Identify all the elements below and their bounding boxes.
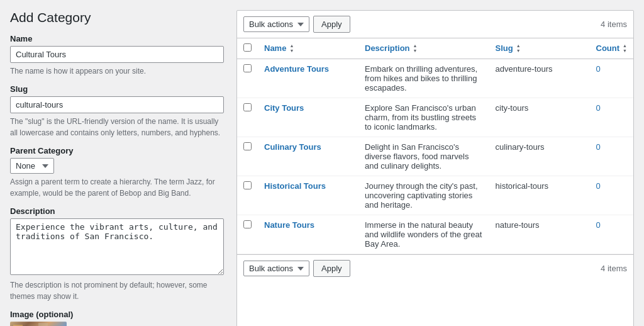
header-name: Name	[258, 38, 358, 59]
header-checkbox-cell	[237, 38, 258, 59]
description-sort-icon	[413, 43, 418, 53]
bulk-actions-bottom-select[interactable]: Bulk actions	[243, 261, 309, 276]
row-count-cell: 0	[590, 176, 633, 215]
row-checkbox-2[interactable]	[243, 142, 252, 150]
row-checkbox-cell	[237, 59, 258, 98]
row-name-cell: Historical Tours	[258, 176, 358, 215]
table-header-row: Name Description Slug	[237, 38, 633, 59]
row-checkbox-cell	[237, 215, 258, 254]
parent-category-field: Parent Category None Assign a parent ter…	[10, 146, 224, 199]
panel-title: Add Category	[10, 10, 224, 25]
slug-value-1: city-tours	[496, 103, 529, 113]
row-description-cell: Embark on thrilling adventures, from hik…	[358, 59, 489, 98]
description-sort-link[interactable]: Description	[365, 43, 417, 53]
table-head: Name Description Slug	[237, 38, 633, 59]
category-name-link-0[interactable]: Adventure Tours	[264, 64, 329, 74]
apply-bottom-button[interactable]: Apply	[313, 260, 350, 277]
row-slug-cell: city-tours	[489, 98, 590, 137]
image-preview-inner	[10, 322, 67, 326]
row-checkbox-cell	[237, 98, 258, 137]
slug-field: Slug The "slug" is the URL-friendly vers…	[10, 84, 224, 138]
row-count-cell: 0	[590, 215, 633, 254]
row-count-cell: 0	[590, 137, 633, 176]
bottom-toolbar: Bulk actions Apply 4 items	[237, 254, 633, 282]
description-textarea[interactable]	[10, 218, 224, 275]
bottom-toolbar-left: Bulk actions Apply	[243, 260, 350, 277]
toolbar-left: Bulk actions Apply	[243, 16, 350, 33]
slug-hint: The "slug" is the URL-friendly version o…	[10, 116, 224, 138]
category-name-link-4[interactable]: Nature Tours	[264, 220, 314, 230]
count-link-2[interactable]: 0	[596, 142, 601, 152]
table-body: Adventure Tours Embark on thrilling adve…	[237, 59, 633, 254]
count-link-3[interactable]: 0	[596, 181, 601, 191]
row-slug-cell: culinary-tours	[489, 137, 590, 176]
parent-label: Parent Category	[10, 146, 224, 155]
row-name-cell: Adventure Tours	[258, 59, 358, 98]
image-label: Image (optional)	[10, 310, 224, 319]
name-label: Name	[10, 34, 224, 43]
row-description-cell: Immerse in the natural beauty and wildli…	[358, 215, 489, 254]
row-count-cell: 0	[590, 98, 633, 137]
slug-input[interactable]	[10, 96, 224, 113]
items-count-top: 4 items	[601, 20, 627, 29]
header-description: Description	[358, 38, 489, 59]
count-link-1[interactable]: 0	[596, 103, 601, 113]
name-hint: The name is how it appears on your site.	[10, 65, 224, 77]
category-name-link-3[interactable]: Historical Tours	[264, 181, 326, 191]
categories-table-panel: Bulk actions Apply 4 items Name	[236, 10, 634, 326]
categories-table: Name Description Slug	[237, 38, 633, 254]
select-all-checkbox[interactable]	[243, 43, 252, 52]
count-sort-icon	[623, 43, 627, 53]
name-sort-icon	[289, 43, 294, 53]
row-name-cell: Culinary Tours	[258, 137, 358, 176]
table-row: Nature Tours Immerse in the natural beau…	[237, 215, 633, 254]
count-sort-link[interactable]: Count	[596, 43, 627, 53]
page-wrapper: Add Category Name The name is how it app…	[0, 0, 644, 326]
slug-value-2: culinary-tours	[496, 142, 545, 152]
row-checkbox-3[interactable]	[243, 181, 252, 189]
slug-sort-link[interactable]: Slug	[496, 43, 521, 53]
row-slug-cell: nature-tours	[489, 215, 590, 254]
row-checkbox-4[interactable]	[243, 220, 252, 228]
table-row: Adventure Tours Embark on thrilling adve…	[237, 59, 633, 98]
name-field: Name The name is how it appears on your …	[10, 34, 224, 77]
parent-hint: Assign a parent term to create a hierarc…	[10, 176, 224, 199]
name-sort-link[interactable]: Name	[264, 43, 294, 53]
slug-value-3: historical-tours	[496, 181, 549, 191]
slug-label: Slug	[10, 84, 224, 94]
table-row: Historical Tours Journey through the cit…	[237, 176, 633, 215]
row-checkbox-cell	[237, 176, 258, 215]
description-label: Description	[10, 206, 224, 216]
slug-value-4: nature-tours	[496, 220, 540, 230]
row-slug-cell: adventure-tours	[489, 59, 590, 98]
row-slug-cell: historical-tours	[489, 176, 590, 215]
name-input[interactable]	[10, 46, 224, 63]
description-hint: The description is not prominent by defa…	[10, 279, 224, 302]
table-row: Culinary Tours Delight in San Francisco'…	[237, 137, 633, 176]
category-name-link-1[interactable]: City Tours	[264, 103, 304, 113]
row-checkbox-1[interactable]	[243, 103, 252, 111]
apply-top-button[interactable]: Apply	[313, 16, 350, 33]
items-count-bottom: 4 items	[601, 264, 627, 273]
add-category-panel: Add Category Name The name is how it app…	[10, 10, 224, 326]
row-count-cell: 0	[590, 59, 633, 98]
image-field: Image (optional) Select Image	[10, 310, 224, 326]
header-slug: Slug	[489, 38, 590, 59]
header-count: Count	[590, 38, 633, 59]
count-link-0[interactable]: 0	[596, 64, 601, 74]
row-description-cell: Journey through the city's past, uncover…	[358, 176, 489, 215]
slug-value-0: adventure-tours	[496, 64, 553, 74]
count-link-4[interactable]: 0	[596, 220, 601, 230]
description-field: Description The description is not promi…	[10, 206, 224, 302]
top-toolbar: Bulk actions Apply 4 items	[237, 11, 633, 38]
row-description-cell: Delight in San Francisco's diverse flavo…	[358, 137, 489, 176]
image-preview	[10, 322, 67, 326]
parent-select[interactable]: None	[10, 158, 54, 174]
category-name-link-2[interactable]: Culinary Tours	[264, 142, 321, 152]
row-name-cell: City Tours	[258, 98, 358, 137]
slug-sort-icon	[516, 43, 521, 53]
row-checkbox-0[interactable]	[243, 64, 252, 72]
row-name-cell: Nature Tours	[258, 215, 358, 254]
bulk-actions-top-select[interactable]: Bulk actions	[243, 16, 309, 32]
table-row: City Tours Explore San Francisco's urban…	[237, 98, 633, 137]
